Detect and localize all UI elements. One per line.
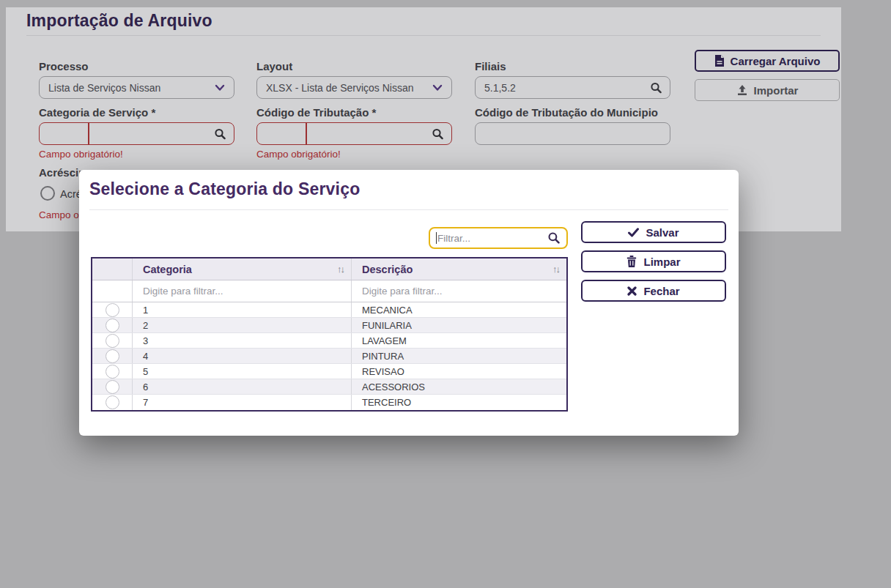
table-row[interactable]: 2 FUNILARIA: [92, 318, 566, 333]
modal-title-divider: [89, 209, 728, 210]
descricao-cell: LAVAGEM: [352, 333, 566, 348]
sort-icon[interactable]: ↑↓: [552, 264, 559, 275]
layout-select[interactable]: XLSX - Lista de Serviços Nissan: [256, 76, 452, 99]
carregar-arquivo-button[interactable]: Carregar Arquivo: [695, 50, 840, 72]
importar-button[interactable]: Importar: [695, 79, 840, 101]
categoria-servico-field[interactable]: [39, 122, 234, 145]
modal-filter-input[interactable]: [437, 233, 547, 244]
filiais-input[interactable]: [484, 82, 661, 94]
search-icon[interactable]: [432, 127, 444, 140]
row-radio[interactable]: [106, 349, 119, 363]
categoria-servico-error: Campo obrigatório!: [39, 149, 123, 160]
categoria-filter-input[interactable]: [133, 286, 351, 297]
descricao-filter-input[interactable]: [352, 286, 566, 297]
descricao-cell: TERCEIRO: [352, 395, 566, 410]
categoria-modal: Selecione a Categoria do Serviço Salvar …: [79, 170, 739, 436]
table-row[interactable]: 7 TERCEIRO: [92, 395, 566, 410]
limpar-button[interactable]: Limpar: [581, 250, 726, 272]
limpar-label: Limpar: [643, 256, 680, 268]
codigo-municipio-field: [475, 122, 670, 145]
descricao-column-header[interactable]: Descrição ↑↓: [352, 258, 566, 280]
salvar-label: Salvar: [646, 226, 679, 239]
layout-value: XLSX - Lista de Serviços Nissan: [266, 82, 443, 94]
fechar-label: Fechar: [643, 285, 679, 297]
codigo-tributacao-error: Campo obrigatório!: [256, 149, 341, 160]
descricao-header-label: Descrição: [362, 264, 413, 275]
row-radio[interactable]: [106, 380, 119, 394]
import-page: Importação de Arquivo Processo Layout Fi…: [0, 0, 891, 588]
descricao-cell: REVISAO: [352, 364, 566, 379]
table-row[interactable]: 1 MECANICA: [92, 302, 566, 318]
table-header-row: Categoria ↑↓ Descrição ↑↓: [92, 258, 566, 280]
filter-empty-cell: [92, 280, 133, 302]
importar-label: Importar: [754, 84, 799, 97]
fechar-button[interactable]: Fechar: [581, 280, 726, 302]
processo-select[interactable]: Lista de Serviços Nissan: [39, 76, 234, 99]
categoria-cell: 7: [133, 395, 352, 410]
table-filter-row: [92, 280, 566, 302]
codigo-tributacao-field[interactable]: [256, 122, 452, 145]
page-title: Importação de Arquivo: [26, 11, 212, 31]
categoria-cell: 5: [133, 364, 352, 379]
codigo-municipio-label: Código de Tributação do Municipio: [475, 106, 658, 119]
categoria-cell: 2: [133, 318, 352, 332]
categoria-servico-label: Categoria de Serviço *: [39, 106, 155, 119]
chevron-down-icon: [432, 84, 443, 92]
categoria-column-header[interactable]: Categoria ↑↓: [133, 258, 352, 280]
categoria-table: Categoria ↑↓ Descrição ↑↓ 1 MECANICA: [91, 257, 568, 412]
processo-label: Processo: [39, 60, 89, 72]
modal-filter-field: [429, 227, 568, 249]
search-icon[interactable]: [650, 81, 662, 94]
categoria-cell: 3: [133, 333, 352, 348]
descricao-cell: PINTURA: [352, 349, 566, 363]
table-row[interactable]: 3 LAVAGEM: [92, 333, 566, 349]
modal-title: Selecione a Categoria do Serviço: [89, 179, 360, 199]
search-icon[interactable]: [547, 231, 561, 245]
layout-label: Layout: [256, 60, 292, 72]
field-sub-divider: [306, 123, 307, 144]
categoria-cell: 1: [133, 302, 352, 317]
processo-value: Lista de Serviços Nissan: [48, 82, 225, 94]
title-divider: [26, 35, 821, 36]
file-icon: [714, 55, 725, 67]
row-radio[interactable]: [106, 395, 119, 409]
descricao-cell: ACESSORIOS: [352, 379, 566, 394]
codigo-tributacao-label: Código de Tributação *: [256, 106, 376, 119]
trash-icon: [626, 256, 637, 267]
chevron-down-icon: [215, 84, 225, 92]
salvar-button[interactable]: Salvar: [581, 221, 726, 243]
field-sub-divider: [88, 123, 89, 144]
filiais-label: Filiais: [475, 60, 506, 72]
upload-icon: [736, 84, 748, 96]
row-radio[interactable]: [106, 365, 119, 379]
filiais-field: [475, 76, 670, 99]
carregar-arquivo-label: Carregar Arquivo: [731, 55, 821, 67]
row-radio[interactable]: [106, 303, 119, 317]
check-icon: [628, 228, 639, 237]
row-radio[interactable]: [106, 334, 119, 348]
row-radio[interactable]: [106, 319, 119, 332]
text-cursor: [436, 232, 437, 244]
x-icon: [627, 286, 637, 296]
categoria-cell: 4: [133, 349, 352, 363]
search-icon[interactable]: [214, 127, 226, 140]
categoria-header-label: Categoria: [143, 264, 192, 275]
codigo-municipio-input[interactable]: [484, 128, 661, 140]
table-row[interactable]: 5 REVISAO: [92, 364, 566, 379]
descricao-cell: MECANICA: [352, 302, 566, 317]
categoria-cell: 6: [133, 379, 352, 394]
radio-column-header: [92, 258, 133, 280]
table-row[interactable]: 6 ACESSORIOS: [92, 379, 566, 395]
descricao-cell: FUNILARIA: [352, 318, 566, 332]
table-row[interactable]: 4 PINTURA: [92, 349, 566, 364]
sort-icon[interactable]: ↑↓: [337, 264, 344, 275]
acrescimo-radio[interactable]: [40, 186, 55, 201]
